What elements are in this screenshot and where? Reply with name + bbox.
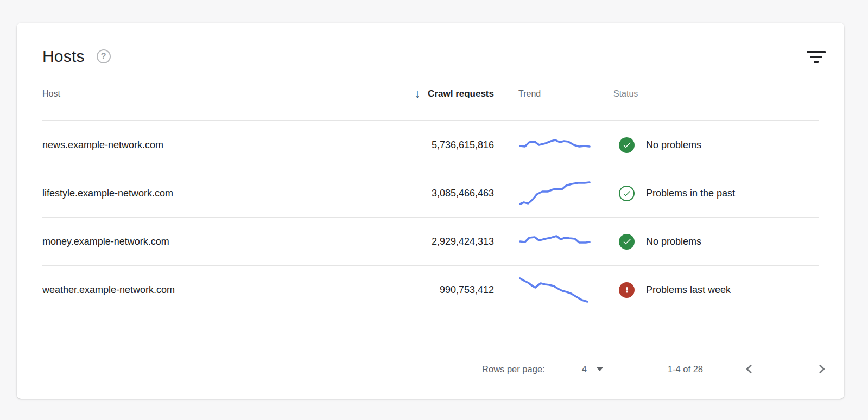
status-label: No problems — [646, 139, 701, 151]
filter-icon-bar — [807, 51, 826, 53]
column-header-status[interactable]: Status — [613, 89, 819, 99]
host-name: weather.example-network.com — [42, 284, 364, 296]
trend-sparkline — [494, 132, 613, 158]
crawl-requests-value: 990,753,412 — [364, 284, 494, 296]
status-label: Problems last week — [646, 284, 731, 296]
help-icon[interactable]: ? — [97, 49, 111, 63]
dropdown-arrow-icon — [596, 367, 604, 371]
card-header: Hosts ? — [42, 46, 819, 67]
chevron-left-icon — [743, 363, 755, 375]
sort-descending-icon: ↓ — [415, 87, 421, 100]
column-header-crawl-requests[interactable]: ↓ Crawl requests — [364, 87, 494, 100]
host-name: lifestyle.example-network.com — [42, 188, 364, 199]
column-header-host[interactable]: Host — [42, 89, 364, 99]
help-icon-glyph: ? — [101, 52, 106, 61]
page-title: Hosts — [42, 47, 85, 66]
host-name: money.example-network.com — [42, 236, 364, 247]
host-name: news.example-network.com — [42, 139, 364, 151]
pagination-bar: Rows per page: 4 1-4 of 28 — [42, 339, 829, 399]
next-page-button[interactable] — [815, 362, 829, 376]
rows-per-page-value: 4 — [582, 364, 587, 374]
check-circle-icon — [619, 234, 635, 250]
trend-sparkline — [494, 277, 613, 303]
check-circle-outline-icon — [619, 186, 635, 201]
hosts-card: Hosts ? Host ↓ Crawl requests Trend Stat… — [17, 23, 844, 399]
table-row[interactable]: news.example-network.com 5,736,615,816 N… — [42, 120, 819, 169]
filter-icon[interactable] — [806, 49, 826, 65]
status-label: Problems in the past — [646, 188, 735, 199]
trend-sparkline — [494, 228, 613, 254]
table-header-row: Host ↓ Crawl requests Trend Status — [42, 67, 819, 120]
trend-sparkline — [494, 180, 613, 206]
status-cell: No problems — [613, 234, 819, 250]
pagination-range-label: 1-4 of 28 — [668, 364, 703, 374]
crawl-requests-value: 3,085,466,463 — [364, 188, 494, 199]
filter-icon-bar — [814, 61, 819, 63]
rows-per-page-select[interactable]: 4 — [582, 364, 604, 374]
status-cell: No problems — [613, 137, 819, 153]
status-label: No problems — [646, 236, 701, 247]
rows-per-page-label: Rows per page: — [482, 364, 545, 374]
table-row[interactable]: lifestyle.example-network.com 3,085,466,… — [42, 169, 819, 217]
chevron-right-icon — [816, 363, 828, 375]
column-header-crawl-requests-label: Crawl requests — [428, 88, 494, 99]
table-row[interactable]: weather.example-network.com 990,753,412 … — [42, 265, 819, 314]
previous-page-button[interactable] — [742, 362, 756, 376]
status-cell: Problems last week — [613, 282, 819, 298]
check-circle-icon — [619, 137, 635, 153]
table-row[interactable]: money.example-network.com 2,929,424,313 … — [42, 217, 819, 265]
column-header-trend[interactable]: Trend — [494, 89, 613, 99]
filter-icon-bar — [810, 56, 822, 58]
error-icon — [619, 282, 635, 298]
crawl-requests-value: 2,929,424,313 — [364, 236, 494, 247]
status-cell: Problems in the past — [613, 186, 819, 201]
crawl-requests-value: 5,736,615,816 — [364, 139, 494, 151]
